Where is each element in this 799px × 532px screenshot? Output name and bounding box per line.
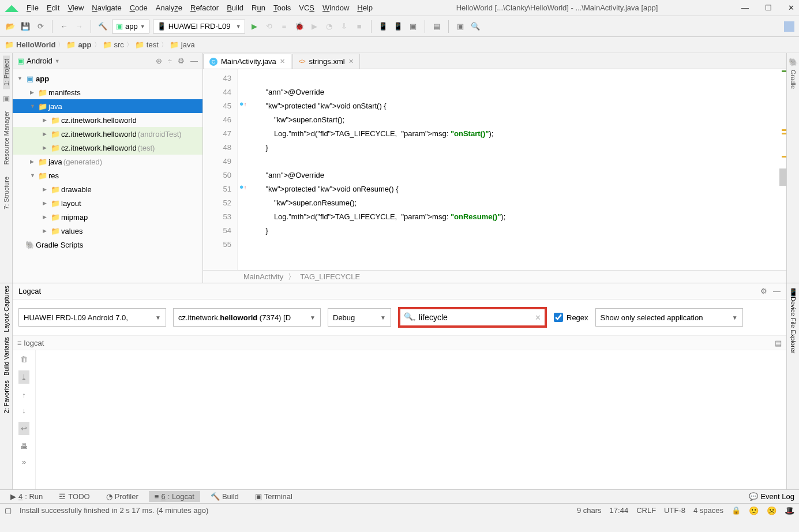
editor-minimap[interactable] — [779, 69, 786, 270]
crumb-root[interactable]: 📁 HelloWorld — [5, 40, 55, 49]
status-icon[interactable]: ▢ — [5, 506, 12, 515]
menu-analyze[interactable]: Analyze — [156, 3, 182, 12]
crumb-src[interactable]: 📁 src — [103, 40, 124, 49]
filter-dropdown[interactable]: Show only selected application▼ — [595, 308, 743, 327]
scroll-down-icon[interactable]: ⤓ — [18, 370, 29, 384]
hide-icon[interactable]: — — [773, 287, 781, 295]
status-eol[interactable]: CRLF — [636, 506, 656, 515]
structure-icon[interactable]: ▣ — [455, 21, 466, 32]
back-icon[interactable]: ← — [58, 21, 70, 32]
gear-icon[interactable]: ⚙ — [178, 57, 185, 65]
tool-structure[interactable]: 7: Structure — [3, 173, 10, 213]
tab-profiler[interactable]: ◔ Profiler — [100, 491, 144, 502]
build-icon[interactable]: 🔨 — [97, 21, 108, 32]
device-combo[interactable]: 📱 HUAWEI FRD-L09 ▼ — [153, 20, 245, 33]
tab-build[interactable]: 🔨 Build — [205, 491, 245, 502]
device-dropdown[interactable]: HUAWEI FRD-L09 Android 7.0,▼ — [18, 308, 166, 327]
menu-navigate[interactable]: Navigate — [92, 3, 121, 12]
folder-strip-icon[interactable]: ▣ — [2, 93, 11, 103]
close-tab-icon[interactable]: ✕ — [280, 58, 285, 65]
tree-node[interactable]: ▼▣ app — [13, 72, 202, 85]
tree-node[interactable]: ▶📁 drawable — [13, 182, 202, 196]
crumb-class[interactable]: MainActivity — [243, 272, 283, 281]
target-icon[interactable]: ⊕ — [156, 57, 162, 65]
logcat-tab[interactable]: ≡ logcat — [17, 339, 44, 347]
tree-node[interactable]: ▶📁 cz.itnetwork.helloworld (androidTest) — [13, 127, 202, 141]
tab-logcat[interactable]: ≡ 6: Logcat — [149, 491, 200, 502]
tree-node[interactable]: ▶📁 java (generated) — [13, 155, 202, 168]
avd-icon[interactable]: 📱 — [377, 21, 389, 32]
up-icon[interactable]: ↑ — [22, 391, 26, 399]
tab-terminal[interactable]: ▣ Terminal — [249, 491, 298, 502]
apply-changes-icon[interactable]: ⟲ — [264, 21, 275, 32]
tab-mainactivity[interactable]: C MainActivity.java ✕ — [203, 54, 291, 69]
menu-build[interactable]: Build — [227, 3, 243, 12]
menu-tools[interactable]: Tools — [273, 3, 291, 12]
tree-node[interactable]: ▶📁 layout — [13, 196, 202, 210]
search-input[interactable] — [415, 313, 535, 322]
wrap-icon[interactable]: ↩ — [18, 422, 29, 435]
trash-icon[interactable]: 🗑 — [20, 355, 28, 364]
debug-icon[interactable]: 🐞 — [294, 21, 305, 32]
regex-input[interactable] — [554, 313, 563, 322]
open-icon[interactable]: 📂 — [5, 21, 16, 32]
menu-refactor[interactable]: Refactor — [190, 3, 219, 12]
tool-resource-manager[interactable]: Resource Manager — [3, 107, 10, 168]
happy-icon[interactable]: 🙂 — [749, 506, 759, 515]
tree-node[interactable]: ▼📁 res — [13, 168, 202, 182]
save-icon[interactable]: 💾 — [20, 21, 31, 32]
minimize-button[interactable]: — — [741, 3, 749, 12]
apply-code-icon[interactable]: ≡ — [279, 21, 290, 32]
process-dropdown[interactable]: cz.itnetwork.helloworld (7374) [D▼ — [173, 308, 321, 327]
lock-icon[interactable]: 🔒 — [732, 506, 741, 515]
sdk-icon[interactable]: 📱 — [392, 21, 404, 32]
status-indent[interactable]: 4 spaces — [693, 506, 723, 515]
tree-node[interactable]: 🐘 Gradle Scripts — [13, 238, 202, 252]
sad-icon[interactable]: ☹️ — [767, 506, 777, 515]
tab-run[interactable]: ▶ 4: Run — [5, 491, 48, 502]
tool-layout-captures[interactable]: Layout Captures — [3, 286, 10, 332]
config-combo[interactable]: ▣ app ▼ — [112, 20, 149, 33]
tool-build-variants[interactable]: Build Variants — [3, 337, 10, 376]
crumb-test[interactable]: 📁 test — [135, 40, 159, 49]
attach-debugger-icon[interactable]: ⇩ — [339, 21, 350, 32]
run-icon[interactable]: ▶ — [249, 21, 260, 32]
restart-icon[interactable]: » — [22, 458, 26, 466]
sync-icon[interactable]: ⟳ — [35, 21, 46, 32]
event-log[interactable]: 💬 Event Log — [749, 492, 794, 501]
project-mode[interactable]: ▣ Android ▼ — [17, 57, 60, 65]
layout-toggle-icon[interactable]: ▤ — [775, 339, 782, 347]
crumb-java[interactable]: 📁 java — [170, 40, 195, 49]
print-icon[interactable]: 🖶 — [20, 442, 28, 451]
tree-node[interactable]: ▶📁 cz.itnetwork.helloworld — [13, 113, 202, 127]
menu-code[interactable]: Code — [130, 3, 148, 12]
code-editor[interactable]: 43444546474849505152535455 ●↑●↑ "ann">@O… — [203, 69, 786, 270]
tree-node[interactable]: ▶📁 mipmap — [13, 210, 202, 224]
user-avatar[interactable] — [784, 21, 794, 32]
maximize-button[interactable]: ☐ — [765, 3, 772, 12]
down-icon[interactable]: ↓ — [22, 406, 26, 415]
close-tab-icon[interactable]: ✕ — [348, 58, 354, 65]
project-tree[interactable]: ▼▣ app▶📁 manifests▼📁 java▶📁 cz.itnetwork… — [13, 69, 202, 283]
resource-icon[interactable]: ▣ — [407, 21, 419, 32]
tool-gradle[interactable]: Gradle — [790, 66, 797, 92]
status-encoding[interactable]: UTF-8 — [664, 506, 685, 515]
forward-icon[interactable]: → — [73, 21, 85, 32]
logcat-output[interactable] — [36, 350, 786, 489]
hide-icon[interactable]: — — [190, 57, 198, 65]
collapse-icon[interactable]: ÷ — [168, 57, 172, 65]
regex-checkbox[interactable]: Regex — [554, 313, 588, 322]
profile-icon[interactable]: ◔ — [324, 21, 335, 32]
menu-edit[interactable]: Edit — [47, 3, 59, 12]
loglevel-dropdown[interactable]: Debug▼ — [328, 308, 391, 327]
tree-node[interactable]: ▶📁 manifests — [13, 85, 202, 99]
menu-help[interactable]: Help — [357, 3, 373, 12]
menu-run[interactable]: Run — [252, 3, 265, 12]
tab-strings[interactable]: <> strings.xml ✕ — [292, 54, 360, 69]
tool-favorites[interactable]: 2: Favorites — [3, 380, 10, 413]
line-gutter[interactable]: 43444546474849505152535455 — [203, 69, 238, 270]
tab-todo[interactable]: ☲ TODO — [53, 491, 95, 502]
coverage-icon[interactable]: ▶ — [309, 21, 320, 32]
tool-device-explorer[interactable]: Device File Explorer — [790, 297, 797, 353]
menu-file[interactable]: File — [27, 3, 39, 12]
